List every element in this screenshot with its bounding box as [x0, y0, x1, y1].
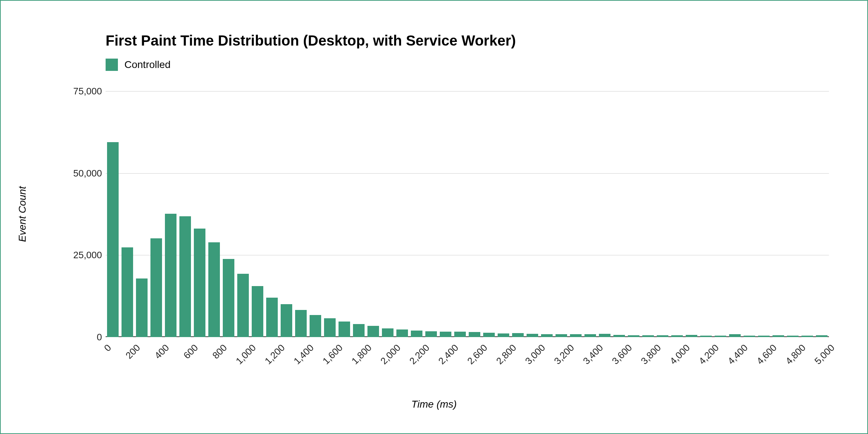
x-tick-label: 4,600 — [754, 342, 779, 367]
bar — [686, 335, 698, 337]
bar — [715, 336, 727, 337]
x-tick-label: 2,200 — [407, 342, 432, 367]
bar — [483, 333, 495, 337]
x-tick-label: 800 — [210, 342, 229, 361]
x-tick-label: 1,800 — [349, 342, 374, 367]
bar — [787, 336, 799, 337]
y-axis-label: Event Count — [17, 186, 28, 242]
bar — [628, 335, 640, 337]
y-tick-label: 75,000 — [69, 86, 102, 97]
x-tick-label: 3,800 — [639, 342, 663, 367]
x-tick-label: 3,200 — [552, 342, 576, 367]
bar — [107, 142, 119, 337]
bar — [150, 238, 162, 337]
x-tick-label: 4,000 — [668, 342, 692, 367]
x-tick-label: 400 — [152, 342, 171, 361]
x-tick-label: 2,600 — [465, 342, 490, 367]
bar — [179, 216, 191, 337]
bar — [801, 336, 813, 337]
x-tick-label: 1,400 — [292, 342, 316, 367]
bar — [773, 335, 784, 337]
x-tick-label: 4,200 — [697, 342, 721, 367]
bar — [353, 324, 365, 337]
legend: Controlled — [106, 59, 171, 71]
bar — [527, 334, 539, 337]
bar — [266, 298, 278, 337]
x-tick-label: 5,000 — [812, 342, 837, 367]
x-tick-label: 600 — [181, 342, 200, 361]
x-tick-label: 0 — [102, 342, 114, 354]
chart-frame: First Paint Time Distribution (Desktop, … — [0, 0, 868, 434]
x-axis-label: Time (ms) — [1, 399, 867, 410]
bar — [758, 336, 770, 337]
x-tick-label: 3,000 — [523, 342, 548, 367]
gridline — [106, 173, 829, 174]
bar — [367, 326, 379, 337]
bar — [136, 278, 148, 337]
bar — [671, 335, 683, 337]
x-tick-label: 200 — [123, 342, 142, 361]
bar — [469, 332, 481, 337]
bar — [613, 335, 625, 337]
bar — [570, 334, 582, 337]
chart-title: First Paint Time Distribution (Desktop, … — [106, 33, 516, 49]
x-tick-label: 2,400 — [436, 342, 461, 367]
bar — [599, 334, 611, 337]
legend-swatch-controlled — [106, 59, 118, 71]
x-tick-label: 2,000 — [378, 342, 403, 367]
bar — [165, 214, 177, 337]
x-tick-label: 4,800 — [783, 342, 808, 367]
bar — [194, 229, 206, 337]
bar — [122, 247, 133, 337]
bar — [208, 242, 220, 337]
gridline — [106, 91, 829, 92]
x-tick-label: 1,600 — [320, 342, 345, 367]
x-tick-label: 1,200 — [263, 342, 287, 367]
bar — [556, 334, 567, 337]
x-tick-label: 3,600 — [610, 342, 634, 367]
bar — [425, 331, 437, 337]
bar — [584, 334, 596, 337]
bar — [339, 322, 350, 337]
bar — [657, 335, 669, 337]
x-tick-label: 4,400 — [726, 342, 750, 367]
bar — [411, 331, 423, 337]
bar — [252, 286, 264, 337]
bar — [816, 335, 828, 337]
plot-area: 025,00050,00075,00002004006008001,0001,2… — [106, 91, 829, 337]
bar — [700, 336, 712, 337]
bar — [498, 333, 510, 337]
bar — [223, 259, 235, 337]
bar — [729, 334, 741, 337]
x-tick-label: 1,000 — [234, 342, 258, 367]
bar — [642, 335, 654, 337]
bar — [382, 328, 394, 337]
bar — [281, 304, 293, 337]
bar — [512, 333, 524, 337]
y-tick-label: 25,000 — [69, 250, 102, 261]
bar — [744, 336, 756, 337]
bar — [454, 332, 466, 337]
x-tick-label: 3,400 — [581, 342, 605, 367]
bar — [310, 315, 322, 337]
bar — [295, 310, 307, 337]
bar — [440, 332, 452, 337]
legend-label-controlled: Controlled — [124, 59, 171, 71]
bar — [541, 334, 553, 337]
bar — [396, 329, 408, 337]
bar — [237, 274, 249, 337]
bar — [324, 318, 336, 337]
x-tick-label: 2,800 — [494, 342, 519, 367]
y-tick-label: 50,000 — [69, 167, 102, 179]
y-tick-label: 0 — [69, 332, 102, 343]
